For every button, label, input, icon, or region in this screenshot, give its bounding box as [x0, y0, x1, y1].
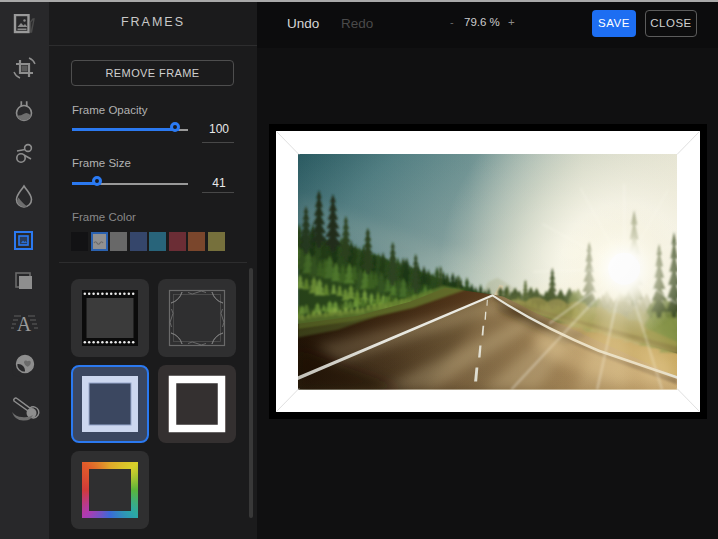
svg-text:A: A [17, 313, 32, 335]
